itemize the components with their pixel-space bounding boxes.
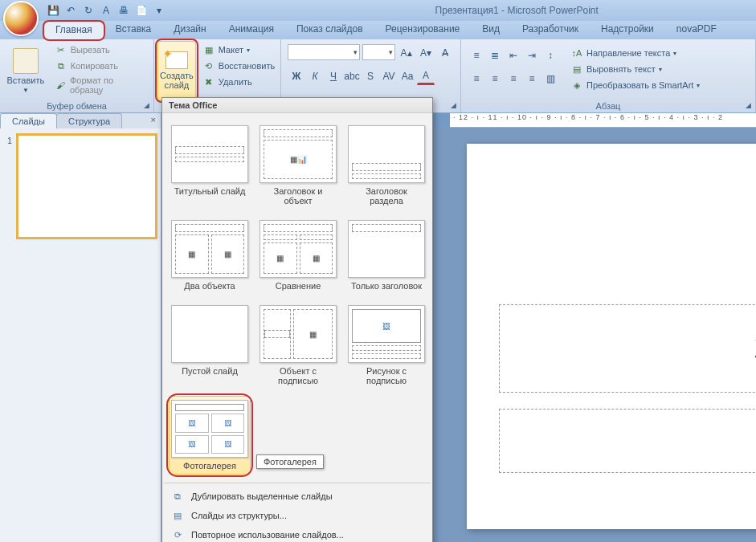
delete-slide-button[interactable]: ✖Удалить — [199, 75, 278, 89]
align-left-button[interactable]: ≡ — [468, 70, 485, 88]
new-slide-icon — [166, 51, 188, 69]
underline-button[interactable]: Ч — [325, 67, 342, 85]
align-text-button[interactable]: ▤Выровнять текст ▾ — [567, 62, 703, 76]
group-paragraph: ≡ ≣ ⇤ ⇥ ↕ ≡ ≡ ≡ ≡ ▥ ↕AНаправление текста… — [461, 39, 756, 112]
strike-button[interactable]: abc — [343, 67, 361, 85]
subtitle-placeholder[interactable]: Подзаго — [499, 409, 756, 473]
tab-home[interactable]: Главная — [43, 21, 104, 39]
align-right-button[interactable]: ≡ — [505, 70, 522, 88]
layout-button[interactable]: ▦Макет ▾ — [199, 43, 278, 57]
font-color-button[interactable]: A — [417, 67, 435, 85]
font-family-combo[interactable] — [288, 44, 360, 60]
slide-number: 1 — [7, 136, 12, 145]
reset-button[interactable]: ⟲Восстановить — [199, 59, 278, 73]
delete-icon: ✖ — [202, 75, 215, 88]
duplicate-icon: ⧉ — [170, 490, 185, 503]
font-size-combo[interactable] — [362, 44, 395, 60]
line-spacing-button[interactable]: ↕ — [541, 47, 559, 64]
gallery-header: Тема Office — [162, 98, 432, 113]
group-clipboard: Вставить ▼ ✂Вырезать ⧉Копировать 🖌Формат… — [0, 39, 154, 112]
layout-tooltip: Фотогалерея — [256, 454, 324, 469]
group-label-paragraph: Абзац — [464, 100, 752, 112]
paragraph-dialog-launcher[interactable]: ◢ — [742, 100, 754, 111]
tab-insert[interactable]: Вставка — [104, 21, 163, 39]
qat-font-icon[interactable]: A — [100, 4, 112, 17]
paste-button[interactable]: Вставить ▼ — [3, 41, 48, 100]
layout-title-slide[interactable]: Титульный слайд — [169, 121, 251, 210]
change-case-button[interactable]: Aa — [398, 67, 416, 85]
office-button[interactable] — [3, 1, 39, 36]
slide[interactable]: Заголо Подзаго — [467, 144, 756, 529]
panel-close-icon[interactable]: × — [146, 113, 161, 128]
tab-design[interactable]: Дизайн — [162, 21, 217, 39]
italic-button[interactable]: К — [306, 67, 324, 85]
text-direction-button[interactable]: ↕AНаправление текста ▾ — [567, 46, 703, 60]
paste-label: Вставить — [7, 75, 45, 85]
align-text-icon: ▤ — [570, 63, 583, 75]
layout-title-content[interactable]: ▦📊 Заголовок и объект — [257, 121, 339, 210]
save-icon[interactable]: 💾 — [47, 4, 59, 17]
clipboard-dialog-launcher[interactable]: ◢ — [141, 100, 152, 111]
chevron-down-icon: ▾ — [247, 47, 250, 54]
indent-dec-button[interactable]: ⇤ — [505, 47, 522, 64]
bold-button[interactable]: Ж — [288, 67, 305, 85]
shrink-font-button[interactable]: A▾ — [417, 44, 434, 62]
char-spacing-button[interactable]: AV — [380, 67, 398, 85]
columns-button[interactable]: ▥ — [541, 70, 559, 88]
grow-font-button[interactable]: A▴ — [398, 44, 415, 62]
shadow-button[interactable]: S — [362, 67, 379, 85]
undo-icon[interactable]: ↶ — [64, 4, 77, 17]
slides-panel: Слайды Структура × 1 — [0, 113, 161, 542]
tab-view[interactable]: Вид — [471, 21, 511, 39]
justify-button[interactable]: ≡ — [523, 70, 541, 88]
text-direction-icon: ↕A — [570, 47, 583, 59]
quick-print-icon[interactable]: 🖶 — [117, 4, 130, 17]
tab-slideshow[interactable]: Показ слайдов — [285, 21, 374, 39]
layout-two-content[interactable]: ▦▦ Два объекта — [169, 216, 251, 295]
copy-button[interactable]: ⧉Копировать — [51, 59, 149, 73]
layout-title-only[interactable]: Только заголовок — [345, 216, 427, 295]
tab-developer[interactable]: Разработчик — [511, 21, 590, 39]
tab-addins[interactable]: Надстройки — [590, 21, 665, 39]
layout-content-caption[interactable]: ▦ Объект с подписью — [257, 301, 339, 389]
slide-thumbnail[interactable]: 1 — [18, 135, 156, 238]
redo-icon[interactable]: ↻ — [82, 4, 95, 17]
clear-format-button[interactable]: A̶ — [437, 44, 454, 62]
layout-blank[interactable]: Пустой слайд — [169, 301, 251, 389]
outline-icon: ▤ — [170, 509, 185, 522]
menu-duplicate-slides[interactable]: ⧉Дублировать выделенные слайды — [162, 487, 432, 506]
tab-review[interactable]: Рецензирование — [374, 21, 472, 39]
copy-icon: ⧉ — [55, 59, 67, 72]
font-dialog-launcher[interactable]: ◢ — [447, 100, 459, 111]
slide-canvas: Заголо Подзаго — [433, 128, 756, 542]
layout-picture-caption[interactable]: 🖼 Рисунок с подписью — [345, 301, 427, 389]
tab-novapdf[interactable]: novaPDF — [665, 21, 728, 39]
panel-tab-outline[interactable]: Структура — [56, 113, 122, 128]
horizontal-ruler: · 12 · ı · 11 · ı · 10 · ı · 9 · ı · 8 ·… — [450, 113, 756, 128]
layout-section-header[interactable]: Заголовок раздела — [345, 121, 427, 210]
new-doc-icon[interactable]: 📄 — [135, 4, 148, 17]
align-center-button[interactable]: ≡ — [486, 70, 504, 88]
smartart-icon: ◈ — [570, 79, 583, 92]
qat-customize-icon[interactable]: ▾ — [153, 4, 166, 17]
numbering-button[interactable]: ≣ — [486, 47, 504, 64]
cut-icon: ✂ — [55, 43, 67, 56]
format-painter-button[interactable]: 🖌Формат по образцу — [51, 75, 149, 96]
cut-button[interactable]: ✂Вырезать — [51, 43, 149, 57]
reuse-icon: ⟳ — [170, 528, 185, 541]
menu-slides-from-outline[interactable]: ▤Слайды из структуры... — [162, 506, 432, 525]
group-label-clipboard: Буфер обмена — [3, 100, 150, 112]
quick-access-toolbar: 💾 ↶ ↻ A 🖶 📄 ▾ — [47, 4, 166, 17]
indent-inc-button[interactable]: ⇥ — [523, 47, 541, 64]
tab-animation[interactable]: Анимация — [218, 21, 285, 39]
layout-photo-gallery[interactable]: 🖼🖼🖼🖼 Фотогалерея Фотогалерея — [169, 396, 251, 475]
menu-reuse-slides[interactable]: ⟳Повторное использование слайдов... — [162, 525, 432, 542]
title-placeholder[interactable]: Заголо — [499, 304, 756, 393]
convert-smartart-button[interactable]: ◈Преобразовать в SmartArt ▾ — [567, 78, 703, 92]
panel-tab-slides[interactable]: Слайды — [0, 113, 57, 128]
bullets-button[interactable]: ≡ — [468, 47, 485, 64]
title-bar: 💾 ↶ ↻ A 🖶 📄 ▾ Презентация1 - Microsoft P… — [0, 0, 756, 21]
brush-icon: 🖌 — [55, 79, 67, 92]
new-slide-button[interactable]: Создать слайд — [157, 41, 196, 100]
layout-comparison[interactable]: ▦▦ Сравнение — [257, 216, 339, 295]
